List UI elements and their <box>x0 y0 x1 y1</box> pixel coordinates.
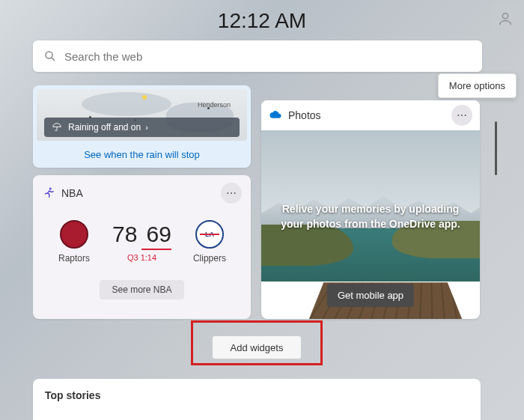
clippers-logo-icon: LA <box>195 220 224 249</box>
team-b[interactable]: LA Clippers <box>183 220 236 264</box>
svg-point-1 <box>46 52 52 58</box>
weather-forecast-link[interactable]: See when the rain will stop <box>33 141 251 168</box>
add-widgets-button[interactable]: Add widgets <box>212 335 302 359</box>
profile-button[interactable] <box>491 4 520 33</box>
ellipsis-icon: ⋯ <box>226 187 237 199</box>
team-a[interactable]: Raptors <box>48 220 100 264</box>
weather-status-text: Raining off and on <box>68 122 141 133</box>
weather-status-bar[interactable]: Raining off and on › <box>44 118 240 137</box>
top-stories-title: Top stories <box>45 389 469 401</box>
team-a-score: 78 <box>112 222 137 247</box>
top-stories-widget[interactable]: Top stories <box>33 379 481 420</box>
scrollbar[interactable] <box>495 121 497 175</box>
nba-widget[interactable]: NBA ⋯ Raptors 78 69 Q3 1:14 LA Clippers … <box>33 175 251 319</box>
team-a-name: Raptors <box>58 253 90 264</box>
svg-point-3 <box>49 188 52 190</box>
search-bar[interactable] <box>33 40 482 72</box>
nba-title: NBA <box>61 187 83 199</box>
weather-map[interactable]: Henderson Raining off and on › <box>33 85 251 141</box>
photos-title: Photos <box>288 109 321 121</box>
photos-overlay-text: Relive your memories by uploading your p… <box>261 202 480 231</box>
see-more-nba-button[interactable]: See more NBA <box>100 280 183 299</box>
running-icon <box>42 186 55 200</box>
chevron-right-icon: › <box>145 123 148 132</box>
weather-location-label: Henderson <box>198 101 231 109</box>
svg-point-0 <box>502 13 508 19</box>
weather-widget[interactable]: Henderson Raining off and on › See when … <box>33 85 251 168</box>
get-mobile-app-button[interactable]: Get mobile app <box>327 284 414 307</box>
cloud-icon <box>269 109 282 122</box>
photos-hero-image: Relive your memories by uploading your p… <box>261 130 480 319</box>
team-b-score: 69 <box>146 222 171 247</box>
raptors-logo-icon <box>60 220 88 249</box>
game-period: Q3 1:14 <box>127 253 156 262</box>
nba-scoreboard: Raptors 78 69 Q3 1:14 LA Clippers <box>42 220 242 264</box>
person-icon <box>497 10 514 27</box>
clock: 12:12 AM <box>0 9 524 33</box>
search-input[interactable] <box>64 50 472 63</box>
svg-line-2 <box>52 58 55 61</box>
photos-widget[interactable]: Photos ⋯ Relive your memories by uploadi… <box>261 100 480 319</box>
photos-more-button[interactable]: ⋯ <box>451 105 472 126</box>
sun-icon <box>142 95 147 100</box>
ellipsis-icon: ⋯ <box>457 109 467 121</box>
more-options-tooltip: More options <box>438 73 517 98</box>
umbrella-icon <box>52 122 62 133</box>
team-b-name: Clippers <box>193 253 226 264</box>
nba-more-button[interactable]: ⋯ <box>221 183 242 204</box>
search-icon <box>43 49 57 63</box>
